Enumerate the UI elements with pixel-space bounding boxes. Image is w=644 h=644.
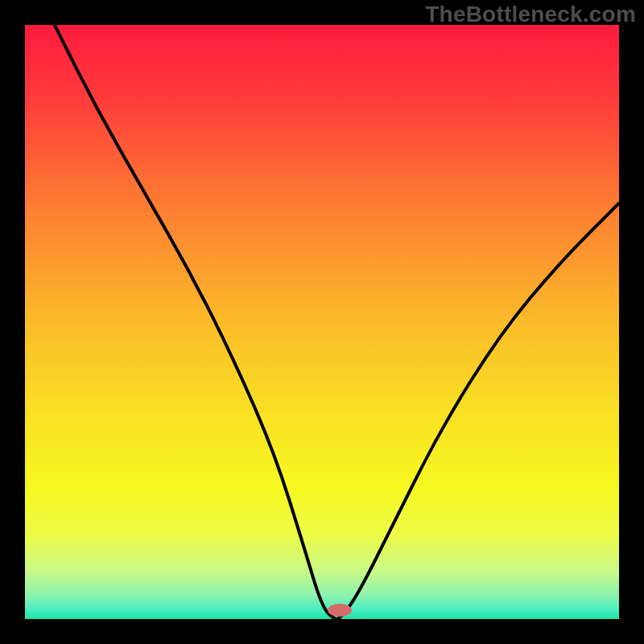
- plot-svg: [25, 25, 619, 619]
- watermark-text: TheBottleneck.com: [425, 2, 636, 27]
- chart-container: TheBottleneck.com: [0, 0, 644, 644]
- optimal-point-marker: [328, 604, 352, 617]
- plot-area: [25, 25, 619, 619]
- gradient-background: [25, 25, 619, 619]
